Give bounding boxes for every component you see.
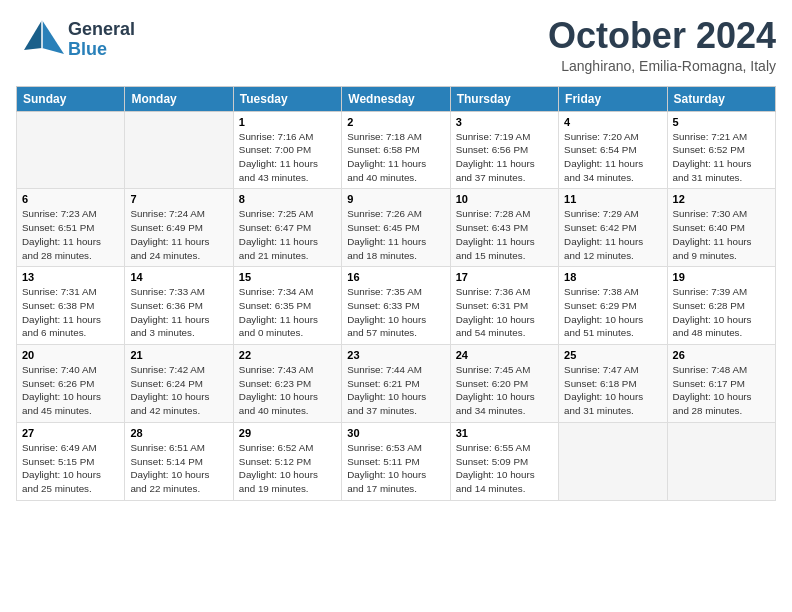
calendar-cell: 8Sunrise: 7:25 AMSunset: 6:47 PMDaylight… [233, 189, 341, 267]
day-info: Sunrise: 7:33 AMSunset: 6:36 PMDaylight:… [130, 285, 227, 340]
day-number: 3 [456, 116, 553, 128]
day-info: Sunrise: 7:43 AMSunset: 6:23 PMDaylight:… [239, 363, 336, 418]
day-number: 29 [239, 427, 336, 439]
calendar-header-tuesday: Tuesday [233, 86, 341, 111]
day-number: 25 [564, 349, 661, 361]
day-number: 11 [564, 193, 661, 205]
calendar-cell: 31Sunrise: 6:55 AMSunset: 5:09 PMDayligh… [450, 422, 558, 500]
calendar-cell [17, 111, 125, 189]
calendar-cell: 9Sunrise: 7:26 AMSunset: 6:45 PMDaylight… [342, 189, 450, 267]
day-number: 17 [456, 271, 553, 283]
location-text: Langhirano, Emilia-Romagna, Italy [548, 58, 776, 74]
day-info: Sunrise: 7:21 AMSunset: 6:52 PMDaylight:… [673, 130, 770, 185]
day-number: 22 [239, 349, 336, 361]
calendar-cell [667, 422, 775, 500]
day-info: Sunrise: 7:24 AMSunset: 6:49 PMDaylight:… [130, 207, 227, 262]
calendar-cell: 20Sunrise: 7:40 AMSunset: 6:26 PMDayligh… [17, 345, 125, 423]
calendar-cell: 18Sunrise: 7:38 AMSunset: 6:29 PMDayligh… [559, 267, 667, 345]
calendar-cell: 10Sunrise: 7:28 AMSunset: 6:43 PMDayligh… [450, 189, 558, 267]
day-number: 31 [456, 427, 553, 439]
day-info: Sunrise: 7:16 AMSunset: 7:00 PMDaylight:… [239, 130, 336, 185]
calendar-cell: 17Sunrise: 7:36 AMSunset: 6:31 PMDayligh… [450, 267, 558, 345]
day-info: Sunrise: 7:38 AMSunset: 6:29 PMDaylight:… [564, 285, 661, 340]
day-number: 10 [456, 193, 553, 205]
day-number: 9 [347, 193, 444, 205]
day-number: 6 [22, 193, 119, 205]
day-number: 18 [564, 271, 661, 283]
logo-blue-text: Blue [68, 40, 135, 60]
calendar-cell: 11Sunrise: 7:29 AMSunset: 6:42 PMDayligh… [559, 189, 667, 267]
day-info: Sunrise: 7:23 AMSunset: 6:51 PMDaylight:… [22, 207, 119, 262]
calendar-week-2: 6Sunrise: 7:23 AMSunset: 6:51 PMDaylight… [17, 189, 776, 267]
day-info: Sunrise: 7:19 AMSunset: 6:56 PMDaylight:… [456, 130, 553, 185]
calendar-cell: 6Sunrise: 7:23 AMSunset: 6:51 PMDaylight… [17, 189, 125, 267]
calendar-cell: 19Sunrise: 7:39 AMSunset: 6:28 PMDayligh… [667, 267, 775, 345]
calendar-cell: 26Sunrise: 7:48 AMSunset: 6:17 PMDayligh… [667, 345, 775, 423]
day-info: Sunrise: 6:55 AMSunset: 5:09 PMDaylight:… [456, 441, 553, 496]
calendar-week-3: 13Sunrise: 7:31 AMSunset: 6:38 PMDayligh… [17, 267, 776, 345]
day-info: Sunrise: 6:51 AMSunset: 5:14 PMDaylight:… [130, 441, 227, 496]
calendar-week-5: 27Sunrise: 6:49 AMSunset: 5:15 PMDayligh… [17, 422, 776, 500]
calendar-cell: 5Sunrise: 7:21 AMSunset: 6:52 PMDaylight… [667, 111, 775, 189]
day-number: 2 [347, 116, 444, 128]
day-info: Sunrise: 7:34 AMSunset: 6:35 PMDaylight:… [239, 285, 336, 340]
svg-marker-1 [24, 20, 42, 50]
calendar-cell: 22Sunrise: 7:43 AMSunset: 6:23 PMDayligh… [233, 345, 341, 423]
day-info: Sunrise: 7:45 AMSunset: 6:20 PMDaylight:… [456, 363, 553, 418]
day-number: 30 [347, 427, 444, 439]
calendar-cell: 16Sunrise: 7:35 AMSunset: 6:33 PMDayligh… [342, 267, 450, 345]
calendar-cell: 27Sunrise: 6:49 AMSunset: 5:15 PMDayligh… [17, 422, 125, 500]
logo-general-text: General [68, 20, 135, 40]
day-info: Sunrise: 7:20 AMSunset: 6:54 PMDaylight:… [564, 130, 661, 185]
calendar-cell: 24Sunrise: 7:45 AMSunset: 6:20 PMDayligh… [450, 345, 558, 423]
calendar-cell [125, 111, 233, 189]
day-number: 16 [347, 271, 444, 283]
day-info: Sunrise: 7:29 AMSunset: 6:42 PMDaylight:… [564, 207, 661, 262]
calendar-cell: 14Sunrise: 7:33 AMSunset: 6:36 PMDayligh… [125, 267, 233, 345]
day-info: Sunrise: 7:47 AMSunset: 6:18 PMDaylight:… [564, 363, 661, 418]
calendar-header-row: SundayMondayTuesdayWednesdayThursdayFrid… [17, 86, 776, 111]
calendar-header-monday: Monday [125, 86, 233, 111]
calendar-cell: 4Sunrise: 7:20 AMSunset: 6:54 PMDaylight… [559, 111, 667, 189]
page-header: General Blue October 2024 Langhirano, Em… [16, 16, 776, 74]
day-number: 28 [130, 427, 227, 439]
calendar-header-thursday: Thursday [450, 86, 558, 111]
calendar-cell: 25Sunrise: 7:47 AMSunset: 6:18 PMDayligh… [559, 345, 667, 423]
day-number: 12 [673, 193, 770, 205]
calendar-header-saturday: Saturday [667, 86, 775, 111]
calendar-cell: 12Sunrise: 7:30 AMSunset: 6:40 PMDayligh… [667, 189, 775, 267]
calendar-header-friday: Friday [559, 86, 667, 111]
day-info: Sunrise: 7:28 AMSunset: 6:43 PMDaylight:… [456, 207, 553, 262]
title-block: October 2024 Langhirano, Emilia-Romagna,… [548, 16, 776, 74]
day-number: 21 [130, 349, 227, 361]
day-number: 15 [239, 271, 336, 283]
day-number: 14 [130, 271, 227, 283]
calendar-week-4: 20Sunrise: 7:40 AMSunset: 6:26 PMDayligh… [17, 345, 776, 423]
calendar-week-1: 1Sunrise: 7:16 AMSunset: 7:00 PMDaylight… [17, 111, 776, 189]
calendar-cell: 2Sunrise: 7:18 AMSunset: 6:58 PMDaylight… [342, 111, 450, 189]
day-number: 20 [22, 349, 119, 361]
day-info: Sunrise: 7:40 AMSunset: 6:26 PMDaylight:… [22, 363, 119, 418]
day-number: 8 [239, 193, 336, 205]
calendar-cell: 13Sunrise: 7:31 AMSunset: 6:38 PMDayligh… [17, 267, 125, 345]
day-info: Sunrise: 7:25 AMSunset: 6:47 PMDaylight:… [239, 207, 336, 262]
day-number: 4 [564, 116, 661, 128]
logo-icon [16, 16, 68, 64]
day-info: Sunrise: 6:49 AMSunset: 5:15 PMDaylight:… [22, 441, 119, 496]
day-number: 27 [22, 427, 119, 439]
day-info: Sunrise: 7:42 AMSunset: 6:24 PMDaylight:… [130, 363, 227, 418]
day-info: Sunrise: 7:44 AMSunset: 6:21 PMDaylight:… [347, 363, 444, 418]
day-number: 1 [239, 116, 336, 128]
day-number: 23 [347, 349, 444, 361]
calendar-cell [559, 422, 667, 500]
calendar-header-sunday: Sunday [17, 86, 125, 111]
day-info: Sunrise: 7:36 AMSunset: 6:31 PMDaylight:… [456, 285, 553, 340]
day-info: Sunrise: 7:26 AMSunset: 6:45 PMDaylight:… [347, 207, 444, 262]
calendar-cell: 21Sunrise: 7:42 AMSunset: 6:24 PMDayligh… [125, 345, 233, 423]
day-number: 7 [130, 193, 227, 205]
day-info: Sunrise: 7:31 AMSunset: 6:38 PMDaylight:… [22, 285, 119, 340]
calendar-header-wednesday: Wednesday [342, 86, 450, 111]
day-number: 26 [673, 349, 770, 361]
day-info: Sunrise: 7:35 AMSunset: 6:33 PMDaylight:… [347, 285, 444, 340]
day-info: Sunrise: 7:39 AMSunset: 6:28 PMDaylight:… [673, 285, 770, 340]
